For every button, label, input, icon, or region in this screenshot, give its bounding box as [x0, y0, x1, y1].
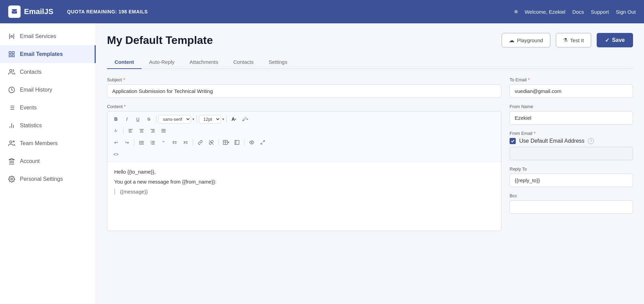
- subject-input[interactable]: [107, 84, 501, 98]
- toolbar-strikethrough[interactable]: S: [144, 114, 154, 124]
- tab-contacts[interactable]: Contacts: [226, 56, 261, 69]
- tab-settings[interactable]: Settings: [261, 56, 295, 69]
- save-button[interactable]: ✓ Save: [597, 33, 633, 47]
- svg-point-16: [10, 141, 12, 143]
- toolbar-source-code[interactable]: <>: [111, 149, 121, 159]
- support-link[interactable]: Support: [591, 9, 609, 15]
- toolbar-justify[interactable]: [158, 126, 169, 136]
- toolbar-outdent[interactable]: [169, 138, 180, 147]
- grid-icon: [8, 51, 15, 58]
- toolbar-code-block[interactable]: [232, 138, 242, 147]
- svg-point-24: [11, 178, 13, 180]
- docs-link[interactable]: Docs: [572, 9, 584, 15]
- test-it-button[interactable]: ⚗ Test It: [556, 33, 591, 47]
- subject-field-group: Subject *: [107, 77, 501, 98]
- toolbar-italic[interactable]: I: [122, 114, 132, 124]
- to-email-input[interactable]: [510, 84, 633, 98]
- subject-required: *: [123, 77, 125, 82]
- toolbar-align-left[interactable]: [126, 126, 136, 136]
- sidebar-label-email-templates: Email Templates: [20, 51, 63, 57]
- toolbar-clear-format[interactable]: Ix: [111, 126, 121, 136]
- from-email-input[interactable]: [510, 147, 633, 160]
- sidebar-label-personal-settings: Personal Settings: [20, 176, 63, 182]
- bcc-input[interactable]: [510, 200, 633, 214]
- toolbar-sep-7: [218, 139, 219, 146]
- svg-point-17: [13, 141, 14, 142]
- toolbar-table[interactable]: ▾: [221, 138, 231, 147]
- toolbar-sep-5: [134, 139, 134, 146]
- list-icon: [8, 104, 15, 111]
- sidebar-item-email-history[interactable]: Email History: [0, 81, 96, 99]
- bcc-field-group: Bcc: [510, 193, 633, 214]
- bank-icon: [8, 158, 15, 165]
- toolbar-undo[interactable]: ↩: [111, 138, 121, 147]
- toolbar-row-1: B I U S sans-serif ▾: [111, 114, 498, 125]
- editor-panel: Subject * Content * B: [107, 77, 501, 237]
- sidebar-label-email-services: Email Services: [20, 33, 56, 39]
- subject-label: Subject *: [107, 77, 501, 82]
- toolbar-font-color[interactable]: A ▾: [229, 114, 239, 124]
- svg-point-41: [140, 144, 141, 145]
- tab-content[interactable]: Content: [107, 56, 142, 69]
- editor-line-1: Hello {{to_name}},: [114, 169, 494, 175]
- sidebar-item-account[interactable]: Account: [0, 152, 96, 170]
- playground-button[interactable]: ☁ Playground: [502, 33, 550, 47]
- sidebar-item-personal-settings[interactable]: Personal Settings: [0, 170, 96, 188]
- sidebar-label-events: Events: [20, 105, 37, 111]
- toolbar-link[interactable]: [195, 138, 205, 147]
- app-header: EmailJS QUOTA REMAINING: 198 EMAILS Welc…: [0, 0, 644, 23]
- reply-to-input[interactable]: [510, 174, 633, 187]
- content-row: Subject * Content * B: [107, 77, 633, 237]
- to-email-label: To Email *: [510, 77, 633, 82]
- sidebar-item-email-templates[interactable]: Email Templates: [0, 45, 96, 63]
- toolbar-highlight[interactable]: 🖊 ▾: [240, 114, 250, 124]
- toolbar-indent[interactable]: [180, 138, 191, 147]
- font-size-select[interactable]: 12pt: [199, 115, 221, 124]
- use-default-checkbox[interactable]: [510, 138, 516, 144]
- toolbar-ordered-list[interactable]: 1.2.3.: [147, 138, 158, 147]
- toolbar-bullet-list[interactable]: [136, 138, 147, 147]
- toolbar-bold[interactable]: B: [111, 114, 121, 124]
- tab-auto-reply[interactable]: Auto-Reply: [142, 56, 182, 69]
- svg-rect-3: [9, 55, 11, 57]
- bar-chart-icon: [8, 122, 15, 129]
- logo-icon: [8, 5, 21, 18]
- from-name-field-group: From Name: [510, 104, 633, 125]
- from-email-field-group: From Email * Use Default Email Address ?: [510, 131, 633, 160]
- sidebar-item-email-services[interactable]: Email Services: [0, 27, 96, 45]
- flask-icon: ⚗: [563, 37, 568, 43]
- sidebar-label-account: Account: [20, 158, 40, 164]
- toolbar-underline[interactable]: U: [133, 114, 143, 124]
- content-required: *: [124, 104, 126, 109]
- editor-body[interactable]: Hello {{to_name}}, You got a new message…: [107, 162, 501, 231]
- sidebar-item-events[interactable]: Events: [0, 99, 96, 117]
- content-label: Content *: [107, 104, 501, 109]
- tab-attachments[interactable]: Attachments: [182, 56, 226, 69]
- from-name-input[interactable]: [510, 111, 633, 125]
- toolbar-align-right[interactable]: [147, 126, 158, 136]
- toolbar-unlink[interactable]: [206, 138, 216, 147]
- page-title: My Default Template: [107, 34, 496, 47]
- toolbar-preview[interactable]: [247, 138, 257, 147]
- satellite-icon: [8, 33, 15, 40]
- toolbar-fullscreen[interactable]: [258, 138, 268, 147]
- sidebar-item-contacts[interactable]: Contacts: [0, 63, 96, 81]
- editor-blockquote: {{message}}: [114, 189, 494, 195]
- sidebar-item-team-members[interactable]: Team Members: [0, 135, 96, 152]
- toolbar-redo[interactable]: ↪: [122, 138, 132, 147]
- toolbar-align-center[interactable]: [136, 126, 147, 136]
- svg-marker-23: [9, 159, 15, 160]
- sidebar-item-statistics[interactable]: Statistics: [0, 117, 96, 135]
- to-email-field-group: To Email *: [510, 77, 633, 98]
- font-family-select[interactable]: sans-serif: [158, 115, 191, 124]
- main-content: My Default Template ☁ Playground ⚗ Test …: [96, 23, 644, 304]
- gear-icon: [8, 176, 15, 183]
- help-icon[interactable]: ?: [588, 138, 594, 144]
- toolbar-sep-3: [226, 116, 227, 122]
- side-panel: To Email * From Name From Email: [510, 77, 633, 237]
- sign-out-link[interactable]: Sign Out: [616, 9, 636, 15]
- svg-rect-1: [9, 52, 11, 54]
- toolbar-blockquote[interactable]: ": [158, 138, 169, 147]
- reply-to-field-group: Reply To: [510, 166, 633, 187]
- content-field-group: Content * B I U S: [107, 104, 501, 231]
